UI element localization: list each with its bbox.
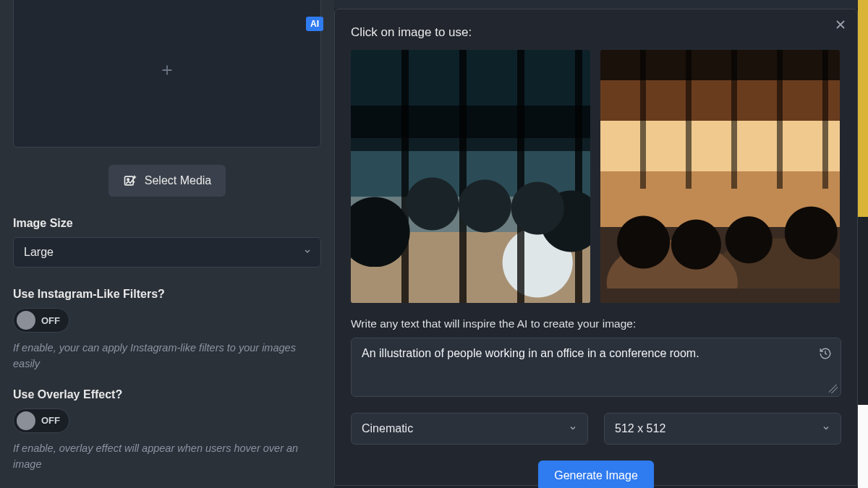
chevron-down-icon — [569, 424, 577, 435]
history-icon[interactable] — [819, 347, 832, 363]
image-size-field: Image Size Large — [13, 217, 321, 267]
overlay-toggle-state: OFF — [41, 415, 60, 426]
filters-toggle-state: OFF — [41, 315, 60, 326]
ai-badge: AI — [306, 17, 323, 31]
overlay-hint: If enable, overlay effect will appear wh… — [13, 440, 321, 473]
filters-toggle[interactable]: OFF — [13, 308, 69, 333]
overlay-field: Use Overlay Effect? OFF If enable, overl… — [13, 388, 321, 473]
image-size-value: Large — [24, 246, 54, 259]
close-button[interactable] — [834, 17, 847, 35]
generated-image-option-1[interactable] — [351, 50, 590, 303]
chevron-down-icon — [303, 247, 312, 258]
background-strip-top — [334, 0, 868, 9]
svg-point-1 — [127, 179, 129, 181]
image-size-select[interactable]: Large — [13, 237, 321, 267]
media-icon — [123, 174, 137, 188]
background-strip-right-white — [858, 405, 868, 488]
prompt-textarea[interactable]: An illustration of people working in an … — [351, 338, 841, 397]
select-media-label: Select Media — [145, 174, 212, 187]
ai-image-modal: Click on image to use: Write any text th… — [334, 9, 858, 486]
resolution-select-value: 512 x 512 — [615, 422, 665, 435]
style-select[interactable]: Cinematic — [351, 413, 588, 445]
filters-field: Use Instagram-Like Filters? OFF If enabl… — [13, 288, 321, 372]
filters-label: Use Instagram-Like Filters? — [13, 288, 321, 301]
media-dropzone[interactable]: AI — [13, 0, 321, 147]
prompt-label: Write any text that will inspire the AI … — [351, 317, 841, 330]
toggle-knob — [17, 411, 35, 430]
generate-image-button[interactable]: Generate Image — [538, 461, 654, 488]
chevron-down-icon — [822, 424, 830, 435]
resize-handle-icon[interactable] — [829, 385, 838, 393]
select-media-button[interactable]: Select Media — [109, 165, 226, 197]
overlay-label: Use Overlay Effect? — [13, 388, 321, 401]
background-strip-right-gold — [858, 0, 868, 217]
generated-image-row — [351, 50, 841, 303]
overlay-toggle[interactable]: OFF — [13, 408, 69, 433]
style-select-value: Cinematic — [362, 422, 413, 435]
modal-title: Click on image to use: — [351, 25, 841, 40]
prompt-value: An illustration of people working in an … — [362, 347, 699, 359]
image-size-label: Image Size — [13, 217, 321, 230]
toggle-knob — [17, 311, 35, 330]
filters-hint: If enable, your can apply Instagram-like… — [13, 340, 321, 372]
resolution-select[interactable]: 512 x 512 — [604, 413, 841, 445]
settings-sidebar: AI Select Media Image Size Large — [0, 0, 334, 488]
plus-icon — [159, 61, 175, 83]
generate-image-label: Generate Image — [554, 469, 638, 481]
generated-image-option-2[interactable] — [600, 50, 840, 303]
close-icon — [834, 17, 847, 35]
